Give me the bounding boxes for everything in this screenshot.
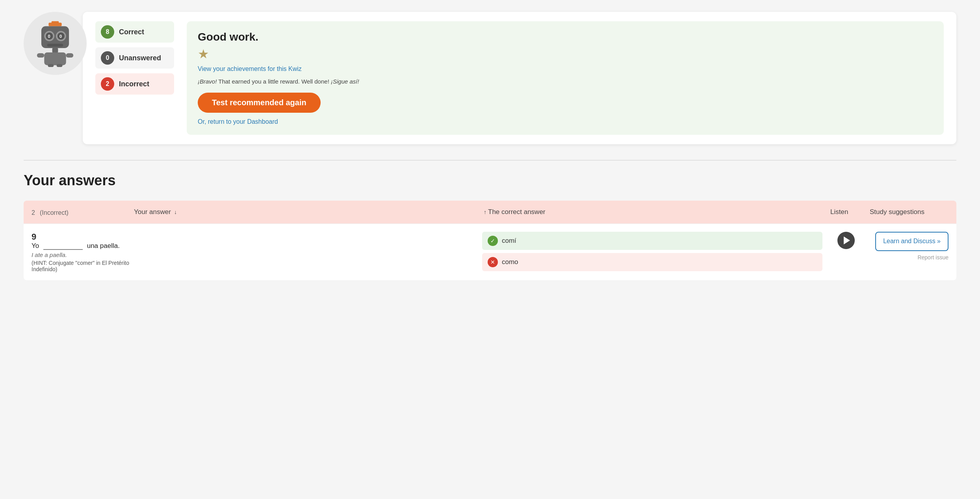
score-card: 8 Correct 0 Unanswered 2 Incorrect Good … bbox=[83, 12, 956, 144]
svg-rect-15 bbox=[66, 53, 73, 58]
incorrect-icon: ✕ bbox=[488, 257, 498, 267]
your-answer-text: como bbox=[502, 258, 518, 266]
correct-score-item: 8 Correct bbox=[95, 21, 174, 43]
robot-avatar: 0 0 bbox=[24, 12, 87, 75]
results-title: Good work. bbox=[198, 31, 933, 43]
incorrect-label: Incorrect bbox=[119, 80, 149, 88]
star-icon: ★ bbox=[198, 47, 933, 61]
unanswered-badge: 0 bbox=[101, 51, 114, 65]
question-number: 9 bbox=[32, 232, 36, 242]
answers-table: 2 (Incorrect) Your answer ↓ ↑ The correc… bbox=[24, 201, 956, 280]
correct-label: Correct bbox=[119, 28, 144, 36]
table-header: 2 (Incorrect) Your answer ↓ ↑ The correc… bbox=[24, 201, 956, 223]
study-suggestions-cell: Learn and Discuss » Report issue bbox=[870, 232, 948, 261]
report-issue-link[interactable]: Report issue bbox=[917, 254, 948, 261]
study-col-header: Study suggestions bbox=[870, 208, 948, 216]
results-content: Good work. ★ View your achievements for … bbox=[187, 21, 944, 135]
incorrect-count: 2 (Incorrect) bbox=[32, 207, 69, 217]
correct-answer-text: comí bbox=[502, 237, 516, 245]
divider bbox=[24, 160, 956, 160]
table-row: 9 Yo una paella. I ate a paella. (HINT: … bbox=[24, 223, 956, 280]
incorrect-badge: 2 bbox=[101, 77, 114, 91]
svg-rect-9 bbox=[47, 44, 63, 47]
achievements-link[interactable]: View your achievements for this Kwiz bbox=[198, 65, 933, 73]
listen-cell bbox=[826, 232, 866, 249]
dashboard-link[interactable]: Or, return to your Dashboard bbox=[198, 118, 278, 125]
unanswered-label: Unanswered bbox=[119, 54, 161, 62]
question-number-cell: 9 Yo una paella. I ate a paella. (HINT: … bbox=[32, 232, 134, 272]
your-answer-col-header: Your answer ↓ bbox=[134, 208, 482, 216]
your-answers-title: Your answers bbox=[24, 172, 956, 189]
incorrect-count-suffix: (Incorrect) bbox=[40, 209, 69, 216]
correct-answer-option: ✓ comí bbox=[482, 232, 822, 250]
bravo-text: ¡Bravo! That earned you a little reward.… bbox=[198, 78, 933, 85]
correct-badge: 8 bbox=[101, 25, 114, 39]
correct-icon: ✓ bbox=[488, 236, 498, 246]
question-cell: Yo una paella. I ate a paella. (HINT: Co… bbox=[32, 242, 134, 272]
svg-rect-12 bbox=[48, 64, 54, 67]
svg-rect-13 bbox=[57, 64, 63, 67]
sort-up-icon: ↑ bbox=[484, 209, 486, 215]
your-answers-section: Your answers 2 (Incorrect) Your answer ↓… bbox=[24, 172, 956, 280]
play-icon bbox=[844, 236, 850, 244]
svg-text:0: 0 bbox=[59, 34, 62, 39]
unanswered-score-item: 0 Unanswered bbox=[95, 47, 174, 69]
question-hint: (HINT: Conjugate "comer" in El Pretérito… bbox=[32, 260, 134, 272]
correct-answer-col-header: ↑ The correct answer bbox=[482, 208, 830, 216]
listen-col-header: Listen bbox=[830, 208, 870, 216]
results-section: 0 0 8 Correct 0 Unanswered bbox=[24, 12, 956, 144]
svg-rect-1 bbox=[52, 21, 59, 24]
your-answer-option: ✕ como bbox=[482, 253, 822, 271]
answer-options: ✓ comí ✕ como bbox=[482, 232, 822, 271]
play-button[interactable] bbox=[837, 232, 855, 249]
sort-down-icon: ↓ bbox=[174, 209, 177, 215]
svg-text:0: 0 bbox=[48, 34, 50, 39]
svg-rect-11 bbox=[44, 52, 66, 65]
test-again-button[interactable]: Test recommended again bbox=[198, 93, 321, 113]
question-text: Yo una paella. bbox=[32, 242, 134, 250]
learn-discuss-button[interactable]: Learn and Discuss » bbox=[875, 232, 948, 251]
incorrect-score-item: 2 Incorrect bbox=[95, 73, 174, 95]
question-translation: I ate a paella. bbox=[32, 251, 134, 258]
svg-rect-10 bbox=[52, 48, 58, 52]
svg-rect-14 bbox=[37, 53, 44, 58]
question-blank bbox=[43, 249, 83, 250]
header-count: 2 (Incorrect) bbox=[32, 207, 134, 217]
score-items: 8 Correct 0 Unanswered 2 Incorrect bbox=[95, 21, 174, 95]
